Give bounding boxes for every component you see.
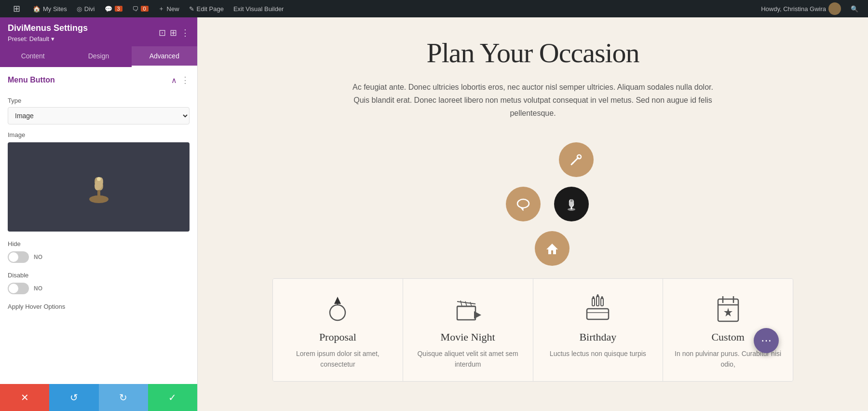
edit-page-item[interactable]: ✎ Edit Page — [185, 0, 228, 17]
panel-grid-icon[interactable]: ⊞ — [170, 27, 177, 38]
cancel-button[interactable]: ✕ — [0, 384, 49, 411]
proposal-text: Lorem ipsum dolor sit amet, consectetur — [283, 348, 393, 370]
panel-dots-icon[interactable]: ⋮ — [181, 27, 190, 38]
svg-point-30 — [601, 296, 603, 299]
confirm-icon: ✓ — [168, 392, 176, 403]
svg-point-15 — [330, 305, 345, 320]
bubble-item[interactable]: 🗨 0 — [128, 0, 152, 17]
image-label: Image — [8, 131, 190, 138]
card-movie: Movie Night Quisque aliquet velit sit am… — [403, 279, 533, 382]
panel-resize-icon[interactable]: ⊡ — [159, 27, 166, 38]
tab-content[interactable]: Content — [0, 46, 66, 67]
wp-logo-item[interactable]: ⊞ — [6, 0, 27, 17]
my-sites-icon: 🏠 — [33, 5, 41, 13]
hide-toggle-row: NO — [8, 251, 190, 263]
panel-preset[interactable]: Preset: Default ▾ — [8, 35, 88, 42]
proposal-icon — [326, 294, 350, 323]
undo-button[interactable]: ↺ — [49, 384, 98, 411]
divi-item[interactable]: ◎ Divi — [73, 0, 99, 17]
disable-toggle[interactable] — [8, 283, 29, 294]
disable-label: Disable — [8, 272, 190, 279]
user-avatar — [828, 2, 841, 15]
comments-count: 3 — [115, 6, 122, 12]
birthday-icon — [584, 294, 611, 323]
exit-builder-item[interactable]: Exit Visual Builder — [230, 0, 288, 17]
movie-title: Movie Night — [441, 331, 495, 343]
preset-chevron-icon: ▾ — [51, 35, 54, 42]
svg-point-28 — [593, 296, 595, 299]
panel-header: DiviMenus Settings Preset: Default ▾ ⊡ ⊞… — [0, 17, 197, 46]
section-header: Menu Button ∧ ⋮ — [8, 75, 190, 89]
svg-marker-20 — [474, 311, 481, 319]
page-subtitle: Ac feugiat ante. Donec ultricies loborti… — [350, 81, 716, 120]
movie-text: Quisque aliquet velit sit amet sem inter… — [413, 348, 523, 370]
type-select[interactable]: Image Text Icon — [8, 107, 190, 124]
right-content: Plan Your Occasion Ac feugiat ante. Done… — [198, 17, 868, 411]
wrench-icon — [569, 152, 584, 167]
ring-icon — [326, 294, 350, 323]
bubble-count: 0 — [141, 6, 149, 12]
svg-line-24 — [470, 302, 472, 306]
comments-item[interactable]: 💬 3 — [101, 0, 126, 17]
panel-icon-group: ⊡ ⊞ ⋮ — [159, 27, 190, 38]
new-label: New — [167, 5, 179, 13]
birthday-text: Luctus lectus non quisque turpis — [550, 348, 646, 359]
card-proposal: Proposal Lorem ipsum dolor sit amet, con… — [273, 279, 403, 382]
panel-content: Menu Button ∧ ⋮ Type Image Text Icon Ima… — [0, 67, 197, 384]
redo-icon: ↻ — [119, 392, 127, 403]
movie-icon — [455, 294, 481, 323]
birthday-title: Birthday — [579, 331, 616, 343]
svg-marker-14 — [546, 244, 558, 254]
collapse-chevron-icon[interactable]: ∧ — [171, 76, 177, 85]
divi-label: Divi — [84, 5, 95, 13]
svg-line-7 — [571, 163, 573, 164]
custom-title: Custom — [711, 331, 744, 343]
plus-icon: ＋ — [158, 4, 164, 13]
page-content-area: Plan Your Occasion Ac feugiat ante. Done… — [244, 17, 822, 401]
wp-logo-icon: ⊞ — [10, 2, 23, 15]
my-sites-label: My Sites — [43, 5, 67, 13]
bottom-actions: ✕ ↺ ↻ ✓ — [0, 384, 197, 411]
circle-icon-chat[interactable] — [506, 187, 541, 221]
preset-label: Preset: Default — [8, 35, 49, 42]
user-greeting-item[interactable]: Howdy, Christina Gwira — [757, 0, 845, 17]
my-sites-item[interactable]: 🏠 My Sites — [29, 0, 71, 17]
confirm-button[interactable]: ✓ — [148, 384, 197, 411]
proposal-title: Proposal — [319, 331, 356, 343]
divi-icon: ◎ — [77, 5, 82, 13]
redo-button[interactable]: ↻ — [99, 384, 148, 411]
svg-line-22 — [461, 301, 462, 306]
panel-title: DiviMenus Settings — [8, 23, 88, 33]
cancel-icon: ✕ — [21, 392, 29, 403]
panel-tabs: Content Design Advanced — [0, 46, 197, 67]
section-dots-icon[interactable]: ⋮ — [181, 75, 190, 85]
new-item[interactable]: ＋ New — [154, 0, 183, 17]
clapperboard-icon — [455, 297, 481, 321]
image-preview[interactable] — [8, 142, 190, 232]
circle-icon-wrench[interactable] — [559, 142, 594, 177]
floating-menu-button[interactable]: ⋯ — [754, 328, 779, 353]
home-icon — [544, 241, 560, 256]
disable-toggle-row: NO — [8, 283, 190, 294]
svg-marker-37 — [724, 308, 732, 316]
plant-icon — [563, 196, 580, 212]
hide-toggle-label: NO — [34, 254, 42, 260]
apply-hover-label: Apply Hover Options — [8, 303, 190, 310]
pencil-icon: ✎ — [189, 5, 194, 13]
page-title: Plan Your Occasion — [272, 37, 793, 69]
svg-line-23 — [465, 301, 467, 306]
svg-rect-27 — [601, 298, 603, 306]
search-bar-item[interactable]: 🔍 — [847, 0, 862, 17]
circle-icon-plant[interactable] — [554, 187, 589, 221]
svg-point-6 — [577, 155, 581, 159]
circle-icon-home[interactable] — [535, 231, 570, 266]
tab-design[interactable]: Design — [66, 46, 131, 67]
floating-menu-icon: ⋯ — [761, 334, 772, 347]
svg-marker-16 — [334, 297, 341, 304]
disable-toggle-label: NO — [34, 285, 42, 292]
hide-toggle[interactable] — [8, 251, 29, 263]
tab-advanced[interactable]: Advanced — [132, 46, 197, 67]
svg-point-8 — [517, 199, 529, 208]
admin-bar-right: Howdy, Christina Gwira 🔍 — [757, 0, 862, 17]
svg-rect-18 — [457, 306, 475, 320]
